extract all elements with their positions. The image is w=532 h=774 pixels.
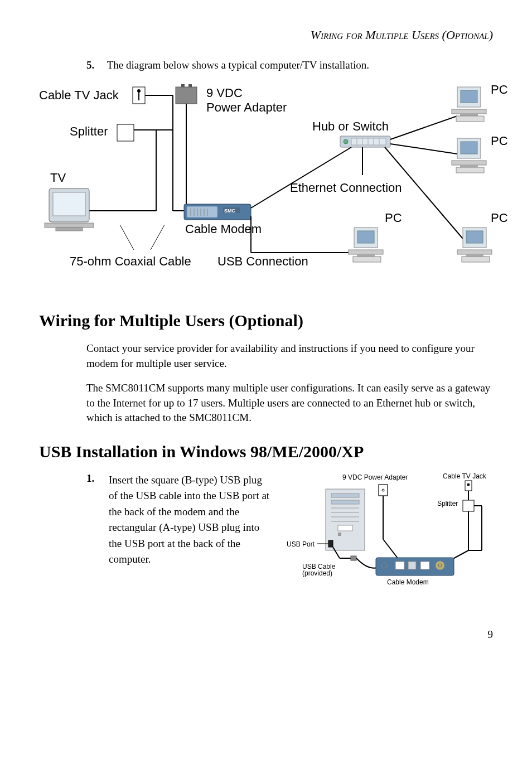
label-tv: TV <box>50 171 66 185</box>
label-pc-4: PC <box>491 211 508 225</box>
svg-point-30 <box>344 139 348 144</box>
svg-rect-50 <box>456 116 484 122</box>
svg-rect-15 <box>176 87 197 104</box>
label2-usb-port: USB Port <box>287 540 315 548</box>
step-1-num: 1. <box>86 472 98 485</box>
svg-text:SMC: SMC <box>224 208 236 214</box>
svg-point-97 <box>436 561 444 570</box>
svg-rect-17 <box>188 84 192 87</box>
svg-rect-13 <box>45 223 94 228</box>
label-ethernet: Ethernet Connection <box>290 181 402 195</box>
svg-rect-67 <box>331 494 359 497</box>
svg-line-42 <box>390 144 457 154</box>
label-hub-switch: Hub or Switch <box>312 119 389 134</box>
label-pc-1: PC <box>491 83 508 97</box>
svg-rect-65 <box>462 257 490 262</box>
label2-cable-modem: Cable Modem <box>387 578 429 586</box>
svg-rect-12 <box>53 192 85 216</box>
svg-rect-85 <box>467 483 470 486</box>
svg-point-81 <box>382 489 384 491</box>
label-pc-2: PC <box>491 134 508 148</box>
label2-splitter: Splitter <box>437 500 458 507</box>
svg-rect-95 <box>408 562 416 569</box>
step-5-num: 5. <box>86 59 94 71</box>
installation-diagram: SMC <box>39 83 524 294</box>
svg-rect-16 <box>181 84 185 87</box>
label-9vdc: 9 VDC <box>206 86 243 100</box>
svg-rect-63 <box>457 250 492 254</box>
svg-rect-62 <box>466 231 483 243</box>
page-number: 9 <box>39 628 493 641</box>
svg-rect-54 <box>460 165 478 167</box>
step-5-text: The diagram below shows a typical comput… <box>107 59 369 71</box>
svg-rect-52 <box>461 142 477 154</box>
svg-rect-59 <box>357 254 375 257</box>
step-5: 5. The diagram below shows a typical com… <box>86 59 493 71</box>
svg-rect-53 <box>452 161 486 165</box>
label-usb-conn: USB Connection <box>217 254 308 269</box>
svg-rect-79 <box>351 556 356 560</box>
small-diagram-svg <box>287 472 493 606</box>
svg-rect-57 <box>357 231 374 243</box>
svg-point-2 <box>137 89 141 93</box>
svg-rect-73 <box>338 525 352 531</box>
label2-9vdc: 9 VDC Power Adapter <box>342 473 408 481</box>
svg-rect-64 <box>466 254 483 257</box>
svg-line-83 <box>383 539 398 559</box>
svg-rect-75 <box>328 540 333 547</box>
label-pc-3: PC <box>385 211 402 225</box>
svg-rect-96 <box>420 562 429 569</box>
label-coax: 75-ohm Coaxial Cable <box>70 254 191 269</box>
para-smc-support: The SMC8011CM supports many multiple use… <box>86 381 493 425</box>
svg-rect-94 <box>395 562 404 569</box>
usb-install-diagram: 9 VDC Power Adapter Cable TV Jack Splitt… <box>287 472 493 606</box>
svg-line-38 <box>120 225 134 250</box>
svg-rect-74 <box>338 533 341 536</box>
label-splitter: Splitter <box>70 124 108 139</box>
svg-rect-55 <box>456 167 484 173</box>
label-cable-tv-jack: Cable TV Jack <box>39 88 119 103</box>
svg-rect-48 <box>452 109 486 114</box>
svg-rect-47 <box>461 90 477 103</box>
svg-rect-14 <box>56 228 83 231</box>
svg-rect-0 <box>117 124 134 141</box>
svg-rect-58 <box>349 250 383 254</box>
svg-rect-49 <box>460 114 478 116</box>
svg-line-41 <box>390 116 457 139</box>
svg-rect-20 <box>187 206 217 217</box>
heading-usb-install: USB Installation in Windows 98/ME/2000/X… <box>39 442 493 461</box>
svg-rect-68 <box>331 500 359 504</box>
step-1-text: Insert the square (B-type) USB plug of t… <box>109 472 275 568</box>
svg-line-39 <box>251 147 351 208</box>
label-power-adapter: Power Adapter <box>206 100 287 115</box>
label2-cable-tv-jack: Cable TV Jack <box>443 472 486 480</box>
para-contact-provider: Contact your service provider for availa… <box>86 341 493 371</box>
svg-rect-60 <box>353 257 381 262</box>
svg-rect-87 <box>463 500 474 511</box>
heading-wiring: Wiring for Multiple Users (Optional) <box>39 311 493 330</box>
svg-rect-31 <box>351 138 386 145</box>
label-cable-modem: Cable Modem <box>185 222 262 236</box>
label2-provided: (provided) <box>302 569 332 577</box>
svg-line-37 <box>151 225 165 250</box>
svg-rect-80 <box>379 485 388 496</box>
running-header: Wiring for Multiple Users (Optional) <box>39 28 493 42</box>
